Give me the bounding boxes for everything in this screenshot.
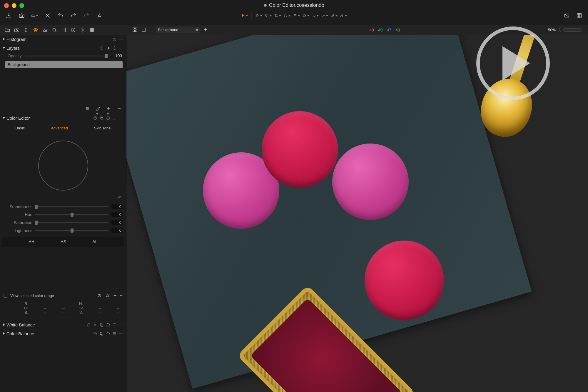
copy-icon[interactable] bbox=[99, 322, 104, 327]
more-icon[interactable] bbox=[118, 331, 123, 336]
capture-tab-icon[interactable] bbox=[14, 27, 20, 33]
more-icon[interactable] bbox=[118, 37, 123, 41]
copy-icon[interactable] bbox=[99, 331, 104, 336]
svg-rect-43 bbox=[101, 324, 103, 326]
library-tab-icon[interactable] bbox=[4, 27, 11, 33]
details-tab-icon[interactable] bbox=[51, 27, 58, 33]
reset-icon[interactable] bbox=[106, 331, 110, 336]
delta-h[interactable]: ΔH bbox=[29, 239, 34, 244]
color-tab-icon[interactable] bbox=[32, 27, 39, 33]
more-icon[interactable] bbox=[118, 322, 123, 327]
help-icon[interactable] bbox=[86, 322, 91, 327]
cone-preview-icon[interactable] bbox=[105, 293, 111, 298]
spot-shape-icon[interactable] bbox=[303, 12, 310, 19]
undo-icon[interactable] bbox=[57, 12, 64, 19]
eyedropper-icon[interactable] bbox=[116, 194, 121, 200]
loupe-zoom-icon[interactable] bbox=[265, 12, 272, 19]
window-zoom-button[interactable] bbox=[19, 3, 24, 8]
add-mask-icon[interactable] bbox=[106, 106, 111, 111]
brush-picker-icon[interactable] bbox=[96, 106, 101, 111]
layer-item-background[interactable]: Background bbox=[5, 61, 123, 68]
exposure-warning-icon[interactable] bbox=[563, 12, 570, 19]
exposure-meter[interactable] bbox=[563, 28, 582, 32]
svg-rect-35 bbox=[100, 117, 102, 119]
brush-draw-icon[interactable] bbox=[312, 12, 319, 19]
window-minimize-button[interactable] bbox=[12, 3, 16, 8]
more-icon[interactable] bbox=[118, 116, 123, 120]
help-icon[interactable] bbox=[93, 116, 97, 120]
delta-l[interactable]: ΔL bbox=[92, 239, 97, 244]
reset-icon[interactable] bbox=[106, 116, 110, 120]
preset-icon[interactable] bbox=[112, 322, 117, 327]
add-layer-button[interactable]: + bbox=[204, 27, 207, 33]
auto-a-icon[interactable] bbox=[93, 322, 97, 327]
reset-icon[interactable] bbox=[106, 322, 110, 327]
hue-slider[interactable] bbox=[35, 214, 108, 215]
hue-value[interactable]: 0 bbox=[111, 212, 123, 217]
layer-dropdown[interactable]: Background bbox=[156, 27, 200, 33]
metadata-tab-icon[interactable] bbox=[70, 27, 76, 33]
svg-rect-36 bbox=[101, 117, 103, 120]
histogram-header[interactable]: Histogram bbox=[0, 35, 126, 44]
cursor-select-icon[interactable] bbox=[241, 12, 248, 19]
lightness-value[interactable]: 0 bbox=[111, 228, 123, 233]
view-range-checkbox[interactable] bbox=[4, 294, 7, 298]
svg-rect-19 bbox=[133, 28, 134, 29]
batch-tab-icon[interactable] bbox=[89, 27, 95, 33]
adjustments-tab-icon[interactable] bbox=[61, 27, 67, 33]
more-icon[interactable] bbox=[118, 46, 123, 50]
lens-tab-icon[interactable] bbox=[23, 27, 29, 33]
hand-pan-icon[interactable] bbox=[255, 12, 263, 19]
help-icon[interactable] bbox=[93, 331, 97, 336]
white-balance-header[interactable]: White Balance bbox=[0, 320, 126, 329]
keystone-icon[interactable] bbox=[293, 12, 300, 19]
delta-s[interactable]: ΔS bbox=[61, 239, 66, 244]
sliders-icon[interactable] bbox=[85, 106, 90, 111]
tab-advanced[interactable]: Advanced bbox=[48, 124, 71, 133]
luma-mask-icon[interactable] bbox=[106, 46, 110, 50]
smoothness-value[interactable]: 0 bbox=[111, 204, 123, 209]
import-icon[interactable] bbox=[5, 12, 12, 19]
preset-icon[interactable] bbox=[112, 331, 117, 336]
single-view-icon[interactable] bbox=[141, 27, 147, 33]
opacity-slider[interactable] bbox=[24, 56, 106, 56]
remove-swatch-button[interactable]: − bbox=[119, 293, 123, 298]
grid-overlay-icon[interactable] bbox=[576, 12, 583, 19]
reject-x-icon[interactable] bbox=[44, 12, 51, 19]
opacity-value[interactable]: 100 bbox=[109, 54, 122, 58]
annotate-text-icon[interactable] bbox=[96, 12, 103, 19]
multi-view-icon[interactable] bbox=[132, 27, 138, 33]
pie-preview-icon[interactable] bbox=[97, 293, 102, 298]
color-balance-header[interactable]: Color Balance bbox=[0, 329, 126, 338]
play-button[interactable] bbox=[476, 26, 550, 100]
saturation-slider[interactable] bbox=[35, 222, 108, 223]
color-balance-title: Color Balance bbox=[6, 331, 34, 336]
lightness-slider[interactable] bbox=[35, 230, 108, 231]
folder-icon[interactable] bbox=[31, 12, 38, 19]
tab-skin-tone[interactable]: Skin Tone bbox=[91, 124, 114, 133]
mask-brush-icon[interactable] bbox=[331, 12, 338, 19]
eyedropper-icon[interactable] bbox=[321, 12, 328, 19]
svg-point-46 bbox=[122, 324, 122, 325]
window-close-button[interactable] bbox=[4, 3, 9, 8]
copy-icon[interactable] bbox=[99, 116, 104, 120]
eraser-icon[interactable] bbox=[340, 12, 347, 19]
reset-icon[interactable] bbox=[112, 46, 117, 50]
redo-icon[interactable] bbox=[70, 12, 77, 19]
remove-mask-icon[interactable] bbox=[117, 106, 122, 111]
preset-icon[interactable] bbox=[112, 116, 117, 120]
capture-icon[interactable] bbox=[18, 12, 25, 19]
color-wheel[interactable] bbox=[38, 141, 88, 191]
redo2-icon[interactable] bbox=[83, 12, 90, 19]
exposure-tab-icon[interactable] bbox=[42, 27, 48, 33]
help-icon[interactable] bbox=[99, 46, 104, 50]
layers-header[interactable]: Layers bbox=[0, 44, 126, 52]
tab-basic[interactable]: Basic bbox=[12, 124, 28, 133]
add-swatch-button[interactable]: + bbox=[113, 293, 117, 298]
crop-icon[interactable] bbox=[274, 12, 281, 19]
smoothness-slider[interactable] bbox=[35, 206, 108, 207]
rotate-straighten-icon[interactable] bbox=[284, 12, 291, 19]
help-icon[interactable] bbox=[112, 37, 117, 41]
output-tab-icon[interactable] bbox=[79, 27, 86, 33]
saturation-value[interactable]: 0 bbox=[111, 220, 123, 225]
